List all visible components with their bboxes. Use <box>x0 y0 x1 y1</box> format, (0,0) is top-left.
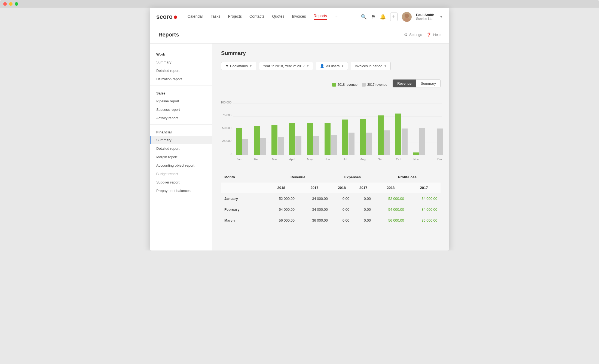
sidebar-item-work-utilization[interactable]: Utilization report <box>150 75 212 83</box>
svg-text:Jul: Jul <box>343 158 347 161</box>
sidebar-item-financial-summary[interactable]: Summary <box>150 136 212 144</box>
bookmarks-arrow: ▼ <box>249 65 252 68</box>
nav-quotes[interactable]: Quotes <box>272 14 284 20</box>
sidebar-item-work-summary[interactable]: Summary <box>150 58 212 66</box>
notification-icon[interactable]: 🔔 <box>380 14 386 20</box>
cell-rev18: 52 000.00 <box>265 193 298 204</box>
svg-text:Oct: Oct <box>396 158 401 161</box>
svg-point-0 <box>405 14 409 18</box>
sidebar-item-financial-margin[interactable]: Margin report <box>150 153 212 161</box>
sidebar-item-financial-prepayment[interactable]: Prepayment balances <box>150 186 212 195</box>
bar-chart: 0 25,000 50,000 75,000 100,000 <box>221 93 444 164</box>
bookmark-filter-icon: ⚑ <box>225 64 228 68</box>
window-minimize[interactable] <box>9 2 13 6</box>
toggle-summary[interactable]: Summary <box>416 79 441 87</box>
cell-pnl18: 56 000.00 <box>374 215 407 226</box>
legend-color-2018 <box>332 83 336 87</box>
logo[interactable]: scoro● <box>156 13 178 21</box>
content-title: Summary <box>221 50 441 56</box>
search-icon[interactable]: 🔍 <box>361 14 367 20</box>
nav-right: 🔍 ⚑ 🔔 + Paul Smith Sunrise Ltd ▼ <box>361 12 443 22</box>
nav-calendar[interactable]: Calendar <box>188 14 203 20</box>
nav-projects[interactable]: Projects <box>228 14 242 20</box>
avatar[interactable] <box>402 12 412 22</box>
svg-text:Dec: Dec <box>437 158 443 161</box>
svg-rect-33 <box>419 128 425 155</box>
svg-rect-20 <box>307 123 313 155</box>
sidebar-item-financial-supplier[interactable]: Supplier report <box>150 178 212 186</box>
svg-text:75,000: 75,000 <box>222 114 231 117</box>
col-profit: Profit/Loss <box>374 172 441 182</box>
settings-button[interactable]: ⚙ Settings <box>404 32 422 37</box>
nav-reports[interactable]: Reports <box>314 14 327 20</box>
svg-rect-27 <box>366 133 372 155</box>
sidebar-section-sales: Sales <box>150 88 212 97</box>
svg-rect-28 <box>378 115 384 155</box>
header-actions: ⚙ Settings ❓ Help <box>404 32 441 43</box>
toggle-revenue[interactable]: Revenue <box>393 79 416 87</box>
svg-text:Nov: Nov <box>413 158 419 161</box>
svg-rect-17 <box>278 137 284 155</box>
cell-pnl18: 52 000.00 <box>374 193 407 204</box>
user-info[interactable]: Paul Smith Sunrise Ltd <box>416 13 434 21</box>
sidebar-item-financial-accounting[interactable]: Accounting object report <box>150 161 212 170</box>
nav-contacts[interactable]: Contacts <box>249 14 264 20</box>
nav-more-icon[interactable]: ··· <box>335 14 339 20</box>
cell-pnl17: 34 000.00 <box>407 204 441 215</box>
top-navigation: scoro● Calendar Tasks Projects Contacts … <box>150 8 449 26</box>
svg-rect-21 <box>313 136 319 155</box>
svg-rect-23 <box>331 135 337 155</box>
svg-point-1 <box>403 18 411 22</box>
cell-rev17: 36 000.00 <box>298 215 331 226</box>
sidebar-item-financial-budget[interactable]: Budget report <box>150 170 212 178</box>
users-label: All users <box>326 64 340 68</box>
sub-pnl-2018: 2018 <box>374 182 407 193</box>
col-expenses: Expenses <box>331 172 374 182</box>
table-row: January 52 000.00 34 000.00 0.00 0.00 52… <box>221 193 441 204</box>
window-close[interactable] <box>3 2 7 6</box>
cell-pnl18: 54 000.00 <box>374 204 407 215</box>
cell-rev18: 56 000.00 <box>265 215 298 226</box>
settings-icon: ⚙ <box>404 32 408 37</box>
sidebar-item-sales-activity[interactable]: Activity report <box>150 114 212 122</box>
user-company: Sunrise Ltd <box>416 17 434 21</box>
cell-exp18: 0.00 <box>331 204 353 215</box>
sub-empty <box>221 182 265 193</box>
col-month: Month <box>221 172 265 182</box>
filter-bar: ⚑ Bookmarks ▼ Year 1: 2018, Year 2: 2017… <box>221 62 441 70</box>
cell-month: January <box>221 193 265 204</box>
bookmarks-filter[interactable]: ⚑ Bookmarks ▼ <box>221 62 256 70</box>
period-filter[interactable]: Invoices in period ▼ <box>351 62 391 70</box>
cell-exp17: 0.00 <box>353 204 374 215</box>
sidebar-section-financial: Financial <box>150 127 212 136</box>
nav-tasks[interactable]: Tasks <box>211 14 221 20</box>
year-label: Year 1: 2018, Year 2: 2017 <box>263 64 305 68</box>
user-dropdown-arrow[interactable]: ▼ <box>440 15 443 19</box>
nav-invoices[interactable]: Invoices <box>292 14 306 20</box>
sidebar-item-sales-pipeline[interactable]: Pipeline report <box>150 97 212 105</box>
sidebar-item-financial-detailed[interactable]: Detailed report <box>150 144 212 153</box>
year-arrow: ▼ <box>306 65 309 68</box>
legend-2017: 2017 revenue <box>362 83 387 87</box>
chart-toggle: Revenue Summary <box>393 79 441 87</box>
cell-exp18: 0.00 <box>331 193 353 204</box>
sidebar-item-sales-success[interactable]: Success report <box>150 105 212 114</box>
sub-rev-2018: 2018 <box>265 182 298 193</box>
year-filter[interactable]: Year 1: 2018, Year 2: 2017 ▼ <box>259 62 313 70</box>
col-revenue: Revenue <box>265 172 331 182</box>
cell-month: February <box>221 204 265 215</box>
cell-exp18: 0.00 <box>331 215 353 226</box>
add-icon[interactable]: + <box>390 13 398 21</box>
svg-rect-24 <box>342 120 348 155</box>
window-maximize[interactable] <box>15 2 18 6</box>
users-filter[interactable]: 👤 All users ▼ <box>316 62 348 70</box>
cell-exp17: 0.00 <box>353 193 374 204</box>
legend-label-2018: 2018 revenue <box>338 83 357 87</box>
period-label: Invoices in period <box>355 64 382 68</box>
help-button[interactable]: ❓ Help <box>426 32 441 37</box>
sidebar-item-work-detailed[interactable]: Detailed report <box>150 66 212 75</box>
cell-rev18: 54 000.00 <box>265 204 298 215</box>
period-arrow: ▼ <box>384 65 387 68</box>
svg-text:Jun: Jun <box>325 158 330 161</box>
bookmark-icon[interactable]: ⚑ <box>371 14 375 20</box>
